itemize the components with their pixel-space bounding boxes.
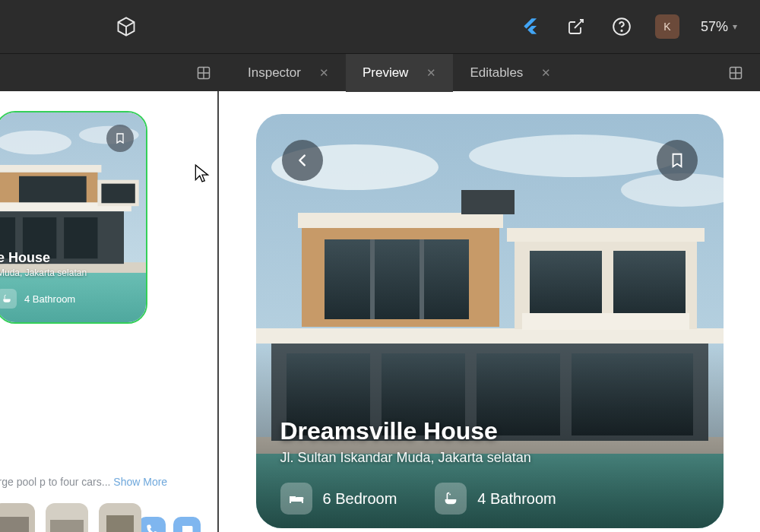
listing-card[interactable]: Dreamsville House Jl. Sultan Iskandar Mu…	[256, 114, 724, 528]
back-button[interactable]	[282, 140, 323, 181]
tab-preview[interactable]: Preview ✕	[346, 54, 453, 92]
svg-rect-18	[101, 184, 135, 204]
bookmark-icon[interactable]	[106, 125, 134, 152]
listing-address: Jl. Sultan Iskandar Muda, Jakarta selata…	[280, 450, 699, 466]
preview-canvas: Dreamsville House Jl. Sultan Iskandar Mu…	[219, 91, 760, 532]
thumbnail[interactable]	[0, 503, 35, 532]
workspace: e House Muda, Jakarta selatan 4 Bathroom…	[0, 91, 760, 532]
help-icon[interactable]	[610, 14, 634, 39]
side-panel: e House Muda, Jakarta selatan 4 Bathroom…	[0, 91, 219, 532]
bath-icon	[435, 483, 467, 515]
bathroom-stat: 4 Bathroom	[435, 483, 556, 515]
svg-rect-40	[370, 239, 375, 319]
zoom-value: 57%	[701, 19, 728, 35]
bathroom-count: 4 Bathroom	[477, 490, 556, 508]
gallery-thumbnails	[0, 503, 141, 532]
show-more-link[interactable]: Show More	[113, 476, 167, 488]
bathroom-count-small: 4 Bathroom	[24, 293, 75, 305]
svg-point-1	[621, 30, 622, 31]
svg-rect-36	[256, 328, 724, 344]
description-text: has a modern design, has a large pool p …	[0, 475, 207, 490]
zoom-control[interactable]: 57% ▾	[701, 19, 737, 35]
top-toolbar: K 57% ▾	[0, 0, 760, 53]
close-icon[interactable]: ✕	[319, 66, 329, 80]
svg-point-5	[0, 131, 71, 155]
selected-frame[interactable]: e House Muda, Jakarta selatan 4 Bathroom	[0, 111, 147, 324]
svg-rect-42	[461, 190, 515, 214]
svg-rect-24	[106, 515, 134, 532]
external-link-icon[interactable]	[564, 14, 588, 39]
svg-rect-47	[522, 313, 689, 330]
cube-icon[interactable]	[114, 14, 138, 39]
phone-button[interactable]	[138, 517, 166, 532]
grid-left-icon[interactable]	[190, 59, 217, 87]
tab-bar: Inspector ✕ Preview ✕ Editables ✕	[0, 53, 760, 91]
svg-rect-20	[0, 517, 29, 532]
tab-label: Editables	[470, 65, 523, 81]
svg-rect-9	[0, 165, 101, 173]
svg-rect-37	[298, 213, 503, 228]
thumbnail[interactable]	[46, 503, 88, 532]
listing-title-small: e House	[0, 250, 146, 266]
tab-label: Inspector	[248, 65, 301, 81]
bed-icon	[280, 483, 312, 515]
bedroom-count: 6 Bedroom	[323, 490, 397, 508]
svg-point-51	[450, 494, 451, 496]
svg-rect-39	[325, 239, 469, 319]
svg-rect-45	[530, 251, 602, 318]
tab-inspector[interactable]: Inspector ✕	[231, 54, 346, 92]
chevron-down-icon: ▾	[733, 21, 737, 32]
flutter-icon[interactable]	[518, 14, 543, 39]
svg-point-27	[469, 135, 682, 177]
bath-icon	[0, 289, 17, 309]
close-icon[interactable]: ✕	[541, 66, 551, 80]
close-icon[interactable]: ✕	[426, 66, 436, 80]
svg-rect-43	[507, 228, 705, 242]
tab-label: Preview	[363, 65, 408, 81]
svg-rect-46	[613, 251, 686, 318]
message-button[interactable]	[173, 517, 201, 532]
tab-editables[interactable]: Editables ✕	[453, 54, 568, 92]
svg-point-50	[291, 496, 293, 499]
card-overlay: Dreamsville House Jl. Sultan Iskandar Mu…	[280, 417, 699, 515]
svg-rect-41	[420, 239, 424, 319]
svg-rect-22	[50, 520, 84, 532]
bookmark-button[interactable]	[657, 140, 698, 181]
listing-address-small: Muda, Jakarta selatan	[0, 268, 146, 278]
thumbnail[interactable]	[99, 503, 141, 532]
listing-title: Dreamsville House	[280, 417, 699, 445]
card-overlay: e House Muda, Jakarta selatan 4 Bathroom	[0, 250, 146, 322]
bedroom-stat: 6 Bedroom	[280, 483, 397, 515]
svg-rect-11	[19, 176, 87, 204]
grid-right-icon[interactable]	[722, 59, 749, 87]
user-avatar[interactable]: K	[655, 14, 679, 39]
